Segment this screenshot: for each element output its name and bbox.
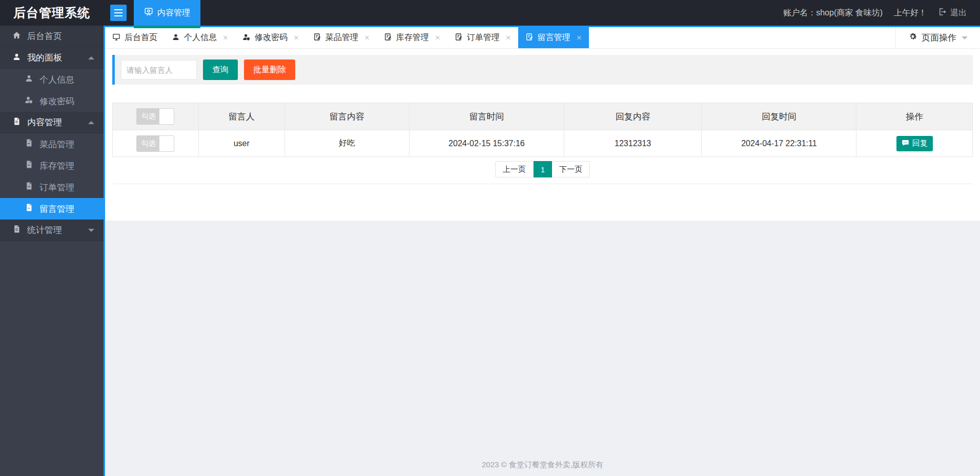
tab-order-management[interactable]: 订单管理 [447,27,518,48]
batch-delete-button[interactable]: 批量删除 [244,60,295,80]
chevron-up-icon [88,56,94,60]
document-icon [25,160,33,171]
main-layout: 后台首页 我的面板 个人信息 修改密码 内容管理 菜品 [0,26,980,476]
document-icon [25,203,33,214]
cell-time: 2024-02-15 15:37:16 [409,130,564,157]
tab-label: 后台首页 [125,32,157,43]
reply-button[interactable]: 回复 [896,136,933,151]
menu-toggle-button[interactable] [110,5,127,21]
pagination-current-page[interactable]: 1 [534,161,552,177]
checkbox-box [159,136,174,151]
sidebar-item-change-password[interactable]: 修改密码 [0,90,104,112]
chevron-down-icon [88,229,94,232]
close-icon[interactable] [506,33,511,42]
cell-user: user [198,130,284,157]
header-account-area: 账户名：shop(商家 食味坊) 上午好！ 退出 [783,7,980,18]
reply-button-label: 回复 [912,138,928,148]
header-select-cell: 勾选 [113,103,199,130]
close-icon[interactable] [364,33,370,42]
cell-actions: 回复 [856,130,973,157]
admin-app: 后台管理系统 内容管理 账户名：shop(商家 食味坊) 上午好！ 退出 后台首… [0,0,980,476]
sidebar: 后台首页 我的面板 个人信息 修改密码 内容管理 菜品 [0,26,105,476]
sidebar-item-content-management[interactable]: 内容管理 [0,112,104,133]
doc-edit-icon [455,33,463,43]
sidebar-item-dish-management[interactable]: 菜品管理 [0,133,104,155]
tab-label: 订单管理 [467,32,500,43]
tab-label: 库存管理 [396,32,429,43]
sidebar-item-label: 菜品管理 [39,138,74,150]
user-shield-icon [242,33,251,43]
row-checkbox[interactable]: 勾选 [136,135,174,152]
cell-content: 好吃 [284,130,409,157]
pagination-prev-button[interactable]: 上一页 [495,161,534,177]
app-title: 后台管理系统 [0,5,103,21]
tab-personal-info[interactable]: 个人信息 [165,27,235,48]
close-icon[interactable] [294,33,299,42]
sidebar-item-label: 个人信息 [39,74,74,86]
table-header-row: 勾选 留言人 留言内容 留言时间 回复内容 回复时间 操作 [113,103,973,130]
tab-dish-management[interactable]: 菜品管理 [306,27,377,48]
sidebar-item-order-management[interactable]: 订单管理 [0,176,104,198]
sidebar-item-label: 内容管理 [27,116,62,128]
sidebar-item-label: 订单管理 [39,182,74,193]
content-area: 后台首页 个人信息 修改密码 菜品管理 [105,26,980,476]
gear-icon [908,32,917,44]
sidebar-item-label: 修改密码 [39,95,74,107]
tab-message-management[interactable]: 留言管理 [518,27,589,48]
doc-edit-icon [384,33,392,43]
messages-table: 勾选 留言人 留言内容 留言时间 回复内容 回复时间 操作 [112,103,973,157]
message-management-page: 查询 批量删除 勾选 [105,49,980,221]
page-operations-dropdown[interactable]: 页面操作 [895,27,980,48]
close-icon[interactable] [577,33,582,42]
pagination-next-button[interactable]: 下一页 [552,161,590,177]
tab-home[interactable]: 后台首页 [105,27,165,48]
search-input[interactable] [121,60,197,80]
query-button[interactable]: 查询 [203,60,238,80]
select-all-checkbox[interactable]: 勾选 [136,108,174,125]
pagination: 上一页 1 下一页 [495,161,590,177]
chat-bubble-icon [902,139,909,148]
pagination-wrap: 上一页 1 下一页 [112,161,973,184]
top-header: 后台管理系统 内容管理 账户名：shop(商家 食味坊) 上午好！ 退出 [0,0,980,26]
document-icon [12,225,21,236]
doc-edit-icon [313,33,321,43]
sidebar-item-label: 统计管理 [27,224,62,236]
document-icon [25,182,33,193]
table-row: 勾选 user 好吃 2024-02-15 15:37:16 12312313 … [113,130,973,157]
tab-inventory-management[interactable]: 库存管理 [377,27,447,48]
sidebar-item-label: 留言管理 [39,203,74,215]
sidebar-item-statistics-management[interactable]: 统计管理 [0,220,104,241]
checkbox-box [159,109,174,124]
tab-label: 个人信息 [184,32,217,43]
column-header-reply-content: 回复内容 [564,103,701,130]
sidebar-item-label: 后台首页 [27,30,62,42]
sidebar-item-inventory-management[interactable]: 库存管理 [0,155,104,176]
sidebar-item-my-panel[interactable]: 我的面板 [0,47,104,69]
logout-button[interactable]: 退出 [938,7,967,18]
account-name: 账户名：shop(商家 食味坊) [783,8,883,18]
topnav-content-management[interactable]: 内容管理 [134,0,200,26]
cell-reply-content: 12312313 [564,130,701,157]
search-toolbar: 查询 批量删除 [112,55,973,85]
cell-reply-time: 2024-04-17 22:31:11 [702,130,856,157]
logout-label: 退出 [950,8,967,18]
column-header-reply-time: 回复时间 [702,103,856,130]
column-header-content: 留言内容 [284,103,409,130]
chevron-up-icon [88,121,94,124]
sidebar-item-message-management[interactable]: 留言管理 [0,198,104,220]
close-icon[interactable] [223,33,228,42]
chat-book-icon [144,7,153,18]
close-icon[interactable] [435,33,440,42]
home-icon [12,31,21,42]
monitor-icon [112,33,120,43]
page-background: 2023 © 食堂订餐堂食外卖,版权所有 [105,221,980,476]
user-shield-icon [25,95,33,107]
checkbox-label: 勾选 [137,109,159,124]
user-icon [172,33,180,43]
sidebar-item-home[interactable]: 后台首页 [0,26,104,47]
page-operations-label: 页面操作 [922,32,956,44]
row-select-cell: 勾选 [113,130,199,157]
tab-label: 留言管理 [538,32,570,43]
tab-change-password[interactable]: 修改密码 [235,27,306,48]
sidebar-item-personal-info[interactable]: 个人信息 [0,69,104,90]
